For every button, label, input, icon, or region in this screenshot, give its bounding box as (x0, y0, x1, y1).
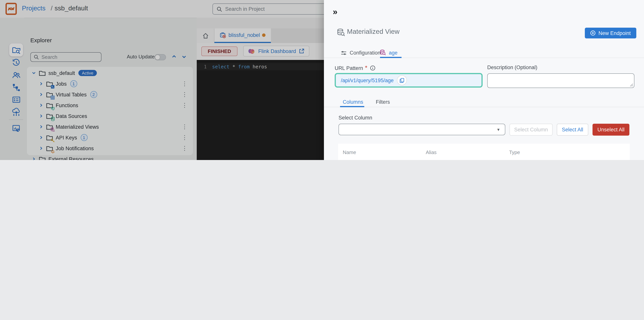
active-tab-underline (380, 57, 402, 58)
select-column-label: Select Column (338, 115, 372, 120)
tab-columns[interactable]: Columns (343, 99, 363, 105)
copy-icon (400, 78, 404, 83)
collapse-drawer-icon[interactable]: » (333, 7, 338, 17)
table-header-row: Name Alias Type (338, 144, 630, 160)
select-column-button[interactable]: Select Column (510, 124, 552, 136)
app-root: Projects / ssb_default Search in Project (0, 0, 644, 160)
info-icon[interactable] (370, 65, 376, 71)
tab-age[interactable]: age (380, 50, 398, 56)
drawer-title: Materialized View (347, 28, 400, 36)
column-header-name: Name (338, 149, 421, 155)
configuration-sliders-icon (341, 50, 346, 56)
tab-filters[interactable]: Filters (376, 99, 390, 105)
chevron-down-icon: ▼ (496, 127, 500, 132)
materialized-view-icon (337, 28, 345, 36)
column-header-type: Type (504, 149, 588, 155)
select-all-button[interactable]: Select All (557, 124, 588, 136)
tab-configuration[interactable]: Configuration (341, 50, 380, 56)
description-label: Description (Optional) (487, 64, 537, 70)
description-textarea[interactable] (487, 73, 634, 88)
materialized-view-age-icon (380, 50, 386, 56)
new-endpoint-button[interactable]: New Endpoint (585, 28, 636, 38)
url-pattern-label-row: URL Pattern * (335, 64, 376, 72)
drawer-mask[interactable] (0, 0, 324, 160)
columns-tabs-divider (324, 107, 644, 107)
plus-circle-icon (590, 30, 596, 36)
columns-table: Name Alias Type (338, 144, 630, 160)
active-tab-underline (340, 106, 364, 107)
copy-url-button[interactable] (397, 75, 407, 85)
unselect-all-button[interactable]: Unselect All (592, 124, 630, 136)
url-pattern-value: /api/v1/query/5195/age (341, 78, 394, 83)
resize-handle-icon[interactable] (630, 83, 633, 87)
url-pattern-field[interactable]: /api/v1/query/5195/age (335, 73, 482, 88)
column-header-alias: Alias (421, 149, 504, 155)
tabs-divider (324, 58, 644, 58)
materialized-view-drawer: » Materialized View New Endpoint (324, 0, 644, 160)
select-column-dropdown[interactable]: ▼ (338, 124, 505, 135)
